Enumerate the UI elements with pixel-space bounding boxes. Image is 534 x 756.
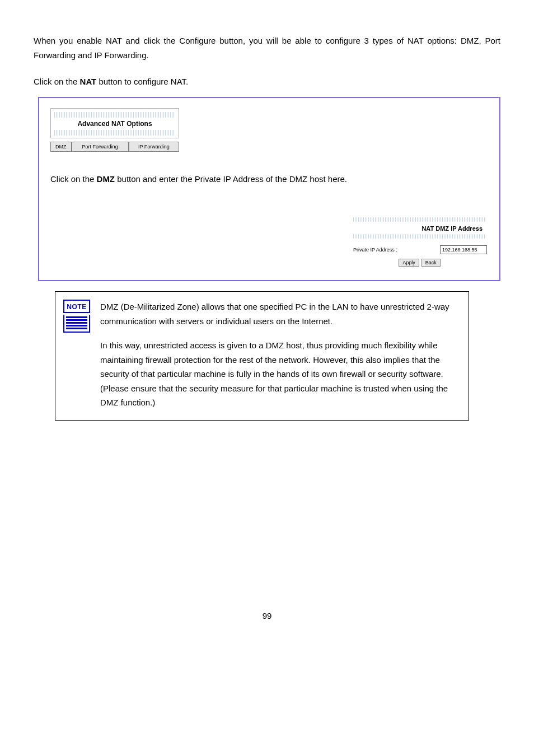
step-4: Click on the NAT button to configure NAT… — [34, 74, 500, 89]
intro-paragraph: When you enable NAT and click the Config… — [34, 34, 500, 62]
note-paragraph-2: In this way, unrestricted access is give… — [100, 338, 457, 410]
screenshot-panel: Advanced NAT Options DMZ Port Forwarding… — [38, 97, 500, 282]
step5-suffix: button and enter the Private IP Address … — [115, 174, 347, 184]
page-number: 99 — [34, 611, 500, 620]
dmz-box: NAT DMZ IP Address Private IP Address : … — [351, 215, 488, 267]
nat-options-box: Advanced NAT Options DMZ Port Forwarding… — [50, 108, 179, 152]
step4-prefix: Click on the — [34, 77, 80, 86]
apply-button[interactable]: Apply — [399, 259, 419, 267]
dmz-title: NAT DMZ IP Address — [353, 224, 486, 234]
note-icon-label: NOTE — [67, 303, 86, 311]
step5-prefix: Click on the — [50, 174, 97, 184]
note-content: DMZ (De-Militarized Zone) allows that on… — [100, 300, 457, 410]
dmz-ip-input[interactable] — [440, 245, 487, 254]
dmz-ip-label: Private IP Address : — [352, 247, 440, 253]
tab-ip-forwarding[interactable]: IP Forwarding — [129, 142, 179, 152]
step5-bold: DMZ — [97, 174, 115, 184]
tab-dmz[interactable]: DMZ — [50, 142, 72, 152]
step4-suffix: button to configure NAT. — [96, 77, 188, 86]
note-paragraph-1: DMZ (De-Militarized Zone) allows that on… — [100, 300, 457, 328]
note-box: NOTE DMZ (De-Militarized Zone) allows th… — [55, 291, 469, 421]
back-button[interactable]: Back — [421, 259, 441, 267]
step-5: Click on the DMZ button and enter the Pr… — [50, 172, 488, 186]
step4-bold: NAT — [80, 77, 97, 86]
nat-options-title: Advanced NAT Options — [54, 118, 175, 130]
tab-port-forwarding[interactable]: Port Forwarding — [72, 142, 129, 152]
note-icon: NOTE — [63, 300, 90, 333]
